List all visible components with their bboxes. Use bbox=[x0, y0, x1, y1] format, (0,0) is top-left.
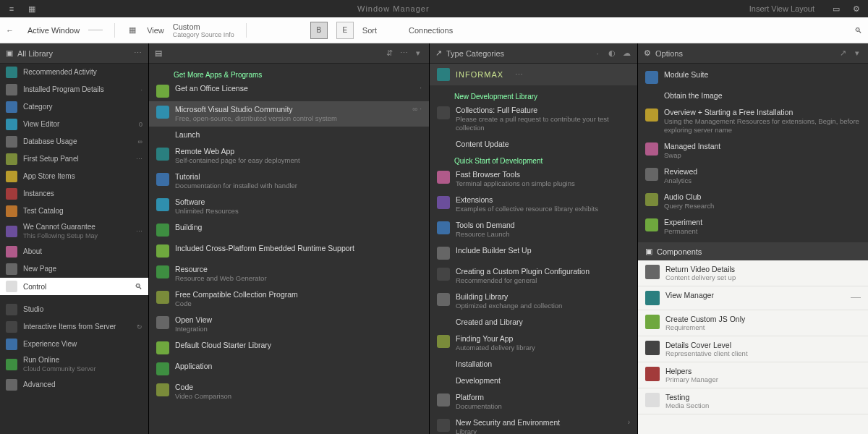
item-subtitle: Self-contained page for easy deployment bbox=[175, 156, 422, 165]
sidebar-item[interactable]: New Page bbox=[0, 260, 148, 278]
sidebar-item[interactable]: Interactive Items from Server ↻ bbox=[0, 318, 148, 336]
sidebar-item[interactable]: App Store Items bbox=[0, 168, 148, 185]
sidebar-item[interactable]: Advanced bbox=[0, 376, 148, 393]
item-icon bbox=[437, 106, 450, 119]
detail-cloud-icon[interactable]: ☁ bbox=[621, 48, 631, 59]
section-header: Get More Apps & Programs bbox=[149, 67, 429, 80]
card-item[interactable]: Details Cover Level Representative clien… bbox=[638, 336, 868, 362]
result-item[interactable]: Collections: Full Feature Please create … bbox=[430, 102, 637, 136]
view-mode-b-button[interactable]: E bbox=[336, 22, 354, 39]
result-item[interactable]: Launch bbox=[149, 127, 429, 143]
result-item[interactable]: Application bbox=[149, 358, 429, 379]
sidebar-item[interactable]: Instances bbox=[0, 185, 148, 203]
detail-file-header[interactable]: INFORMAX ⋯ bbox=[430, 64, 637, 85]
result-item[interactable]: Audio Club Query Research bbox=[638, 189, 868, 214]
detail-dot-icon[interactable]: · bbox=[592, 48, 603, 59]
chevron-down-icon[interactable]: ▾ bbox=[852, 48, 862, 59]
sidebar-item[interactable]: Run OnlineCloud Community Server bbox=[0, 353, 148, 376]
item-icon bbox=[645, 193, 658, 206]
result-item[interactable]: Building bbox=[149, 219, 429, 240]
apps-icon[interactable]: ▦ bbox=[26, 3, 38, 14]
sidebar-item[interactable]: Studio bbox=[0, 301, 148, 318]
result-item[interactable]: Code Video Comparison bbox=[149, 379, 429, 404]
result-item[interactable]: Building Library Optimized exchange and … bbox=[430, 289, 637, 314]
result-item[interactable]: Microsoft Visual Studio Community Free, … bbox=[149, 101, 429, 127]
card-item[interactable]: Helpers Primary Manager bbox=[638, 362, 868, 388]
address-label: Active Window bbox=[27, 26, 80, 35]
menu-icon[interactable]: ≡ bbox=[6, 3, 17, 14]
detail-more-icon[interactable]: ◐ bbox=[607, 48, 617, 59]
settings-icon[interactable]: ⚙ bbox=[851, 3, 862, 14]
result-item[interactable]: Platform Documentation bbox=[430, 389, 637, 414]
item-title: Included Cross-Platform Embedded Runtime… bbox=[175, 244, 422, 253]
item-tag: ⋯ bbox=[136, 156, 142, 163]
result-item[interactable]: Resource Resource and Web Generator bbox=[149, 261, 429, 286]
result-item[interactable]: Content Update bbox=[430, 136, 637, 153]
search-glass-icon[interactable]: 🔍︎ bbox=[135, 282, 142, 291]
result-item[interactable]: Creating a Custom Plugin Configuration R… bbox=[430, 263, 637, 289]
result-item[interactable]: Overview + Starting a Free Installation … bbox=[638, 104, 868, 138]
card-item[interactable]: Testing Media Section bbox=[638, 388, 868, 414]
item-label: First Setup Panel bbox=[23, 155, 130, 163]
apps-toolbar-icon[interactable]: ▦ bbox=[127, 25, 138, 36]
item-icon bbox=[437, 335, 450, 348]
sidebar-item[interactable]: Installed Program Details · bbox=[0, 81, 148, 98]
result-item[interactable]: Created and Library bbox=[430, 314, 637, 331]
result-item[interactable]: Managed Instant Swap bbox=[638, 138, 868, 163]
item-icon bbox=[645, 218, 658, 231]
connections-label[interactable]: Connections bbox=[409, 26, 453, 35]
back-icon[interactable]: ← bbox=[6, 26, 19, 35]
folder-icon: ▣ bbox=[6, 48, 13, 58]
search-input[interactable] bbox=[23, 283, 129, 291]
sidebar-item[interactable]: About bbox=[0, 243, 148, 260]
sidebar-item[interactable]: First Setup Panel ⋯ bbox=[0, 150, 148, 168]
result-item[interactable]: Reviewed Analytics bbox=[638, 163, 868, 189]
toolbar: ← Active Window ▦ View Custom Category S… bbox=[0, 17, 868, 43]
sidebar-item[interactable]: Category bbox=[0, 98, 148, 116]
result-item[interactable]: Include Builder Set Up bbox=[430, 242, 637, 263]
sidebar-more-icon[interactable]: ⋯ bbox=[132, 48, 142, 59]
result-item[interactable]: Development bbox=[430, 373, 637, 389]
results-more-icon[interactable]: ⋯ bbox=[399, 48, 409, 59]
result-item[interactable]: Default Cloud Starter Library bbox=[149, 337, 429, 358]
sidebar-item[interactable]: We Cannot GuaranteeThis Following Setup … bbox=[0, 220, 148, 243]
results-sort-icon[interactable]: ⇵ bbox=[384, 48, 394, 59]
item-label: View Editor bbox=[23, 120, 133, 129]
result-item[interactable]: Open View Integration bbox=[149, 312, 429, 337]
result-item[interactable]: Fast Browser Tools Terminal applications… bbox=[430, 166, 637, 192]
result-item[interactable]: Experiment Permanent bbox=[638, 214, 868, 239]
result-item[interactable]: Tools on Demand Resource Launch bbox=[430, 217, 637, 242]
result-item[interactable]: Remote Web App Self-contained page for e… bbox=[149, 143, 429, 169]
layout-icon[interactable]: ▭ bbox=[830, 3, 842, 14]
item-subtitle: Terminal applications on simple plugins bbox=[456, 179, 630, 188]
result-item[interactable]: Installation bbox=[430, 356, 637, 373]
result-item[interactable]: Tutorial Documentation for installed wit… bbox=[149, 169, 429, 194]
result-item[interactable]: Module Suite bbox=[638, 67, 868, 88]
result-item[interactable]: Get an Office License · bbox=[149, 80, 429, 101]
file-more-icon[interactable]: ⋯ bbox=[515, 70, 523, 80]
info-more-icon[interactable]: ↗ bbox=[838, 48, 848, 59]
card-item[interactable]: Create Custom JS Only Requirement bbox=[638, 310, 868, 336]
result-item[interactable]: Free Compatible Collection Program Code bbox=[149, 286, 429, 312]
result-item[interactable]: Extensions Examples of collective resour… bbox=[430, 192, 637, 217]
view-mode-a-button[interactable]: B bbox=[310, 22, 328, 39]
card-item[interactable]: View Manager — bbox=[638, 286, 868, 310]
chevron-down-icon[interactable]: ▾ bbox=[413, 48, 423, 59]
sidebar-item[interactable]: Experience View bbox=[0, 336, 148, 353]
result-item[interactable]: Included Cross-Platform Embedded Runtime… bbox=[149, 240, 429, 261]
search-icon[interactable]: 🔍︎ bbox=[854, 26, 862, 35]
card-item[interactable]: Return Video Details Content delivery se… bbox=[638, 260, 868, 286]
result-item[interactable]: Software Unlimited Resources bbox=[149, 194, 429, 219]
sidebar-item[interactable]: Database Usage ∞ bbox=[0, 133, 148, 150]
sidebar-item[interactable]: View Editor 0 bbox=[0, 116, 148, 133]
sidebar-search[interactable]: 🔍︎ bbox=[0, 278, 148, 295]
item-icon bbox=[6, 67, 17, 78]
result-item[interactable]: Obtain the Image bbox=[638, 88, 868, 104]
item-label: We Cannot GuaranteeThis Following Setup … bbox=[23, 223, 130, 240]
item-title: Resource bbox=[175, 265, 422, 274]
sidebar-item[interactable]: Test Catalog bbox=[0, 203, 148, 220]
result-item[interactable]: Finding Your App Automated delivery libr… bbox=[430, 331, 637, 356]
card-title: Testing bbox=[665, 393, 861, 401]
result-item[interactable]: New Security and Environment Library › bbox=[430, 414, 637, 434]
sidebar-item[interactable]: Recommended Activity bbox=[0, 64, 148, 81]
